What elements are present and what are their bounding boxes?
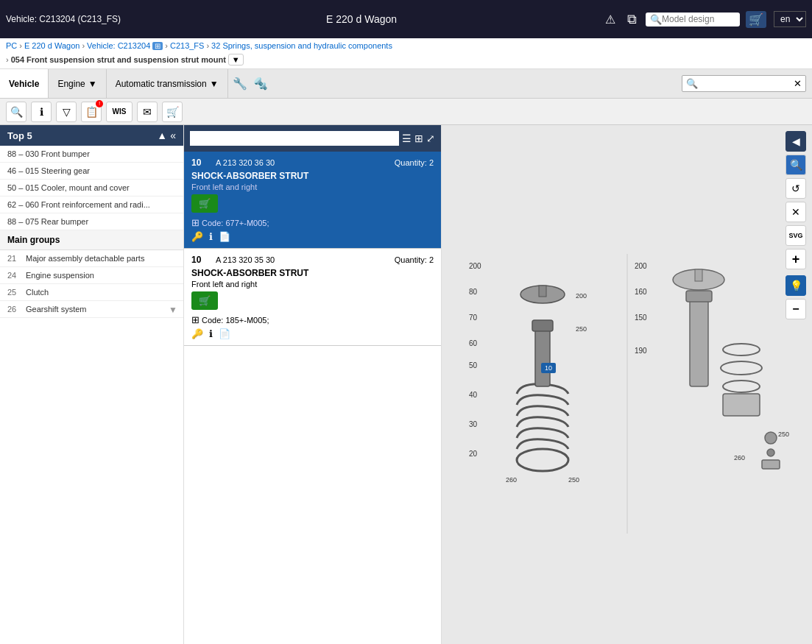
svg-text:250: 250 [576,325,587,333]
image-svg-btn[interactable]: SVG [785,225,806,246]
part1-grid-icon: ⊞ [191,217,200,228]
svg-text:200: 200 [576,292,587,300]
svg-text:200: 200 [469,262,481,270]
svg-rect-24 [690,298,708,386]
top5-label: Top 5 [7,130,32,141]
breadcrumb-vehicle[interactable]: Vehicle: C213204 [87,41,150,50]
svg-text:40: 40 [469,391,478,399]
parts-header-icons: ☰ ⊞ ⤢ [402,132,435,144]
svg-text:150: 150 [635,314,647,322]
part-item-1[interactable]: 10 A 213 320 36 30 Quantity: 2 SHOCK-ABS… [184,152,441,249]
parts-grid-view-btn[interactable]: ⊞ [414,132,423,144]
svg-rect-34 [762,460,780,469]
image-zoom-minus-btn[interactable]: − [785,299,806,319]
svg-rect-27 [695,269,702,281]
svg-point-32 [765,432,777,444]
parts-list: 10 A 213 320 36 30 Quantity: 2 SHOCK-ABS… [184,152,441,644]
parts-expand-btn[interactable]: ⤢ [426,132,435,144]
sidebar-item-4[interactable]: 62 – 060 Front reinforcement and radi... [0,197,183,213]
toolbar-search-clear[interactable]: ✕ [790,76,805,91]
image-close-btn[interactable]: ✕ [785,202,806,222]
toolbar-search-input[interactable] [702,77,790,91]
breadcrumb-pc[interactable]: PC [6,41,17,50]
warning-icon-btn[interactable]: ⚠ [602,11,618,28]
search-icon: 🔍 [650,14,662,25]
tab-automatic-transmission[interactable]: Automatic transmission ▼ [107,69,228,98]
svg-text:60: 60 [469,339,478,347]
filter-btn[interactable]: ▽ [56,102,77,122]
breadcrumb-sub-item: 054 Front suspension strut and suspensio… [11,55,226,64]
sidebar-item-3-label: 50 – 015 Cooler, mount and cover [7,183,130,192]
cart-icon-btn[interactable]: 🛒 [746,11,766,28]
top5-controls: ▲ « [157,130,176,141]
toolbar-right: 🔍 ✕ [676,75,812,92]
part1-cart-btn[interactable]: 🛒 [191,194,218,213]
sidebar-group-24[interactable]: 24 Engine suspension [0,267,183,284]
image-zoom-in-btn[interactable]: 🔍 [785,155,806,175]
wis-btn[interactable]: WIS [106,102,133,122]
copy-icon-btn[interactable]: ⧉ [624,10,640,29]
cart-toolbar-btn[interactable]: 🛒 [162,102,183,122]
info-btn[interactable]: ℹ [31,102,52,122]
part2-cart-btn[interactable]: 🛒 [191,291,218,310]
doc-alert-btn[interactable]: 📋! [81,102,102,122]
svg-text:20: 20 [469,450,478,458]
mail-btn[interactable]: ✉ [137,102,158,122]
part1-key-icon[interactable]: 🔑 [191,231,203,242]
top5-collapse-btn[interactable]: ▲ [157,130,167,141]
svg-point-30 [723,381,760,392]
part2-info-icon[interactable]: ℹ [209,328,213,339]
svg-text:70: 70 [469,314,478,322]
sidebar-group-26[interactable]: 26 Gearshift system ▼ [0,301,183,318]
sidebar-group-21[interactable]: 21 Major assembly detachable parts [0,250,183,267]
tab-engine[interactable]: Engine ▼ [49,69,106,98]
image-history-btn[interactable]: ↺ [785,178,806,199]
toolbar-search-icon[interactable]: 🔍 [682,76,702,91]
part2-doc-icon[interactable]: 📄 [219,328,230,339]
zoom-in-btn[interactable]: 🔍 [6,102,27,122]
sidebar-item-4-label: 62 – 060 Front reinforcement and radi... [7,200,150,209]
sidebar-item-5[interactable]: 88 – 075 Rear bumper [0,213,183,230]
model-search-input[interactable] [662,14,735,24]
image-zoom-plus-btn[interactable]: + [785,249,806,269]
svg-rect-9 [535,328,550,386]
toolbar-tool-icon2[interactable]: 🔩 [253,77,268,91]
parts-list-view-btn[interactable]: ☰ [402,132,412,144]
tab-engine-label: Engine [57,79,85,89]
parts-panel-header: ☰ ⊞ ⤢ [184,125,441,152]
top5-arrow-btn[interactable]: « [170,130,176,141]
sidebar-item-3[interactable]: 50 – 015 Cooler, mount and cover [0,180,183,197]
svg-text:30: 30 [469,420,478,428]
part1-doc-icon[interactable]: 📄 [219,231,230,242]
svg-point-29 [721,361,762,375]
breadcrumb-vehicle-icon[interactable]: ⊞ [152,42,163,50]
breadcrumb-dropdown-btn[interactable]: ▼ [228,54,244,66]
image-panel: ◀ 🔍 ↺ ✕ SVG + 💡 − 200 80 70 60 50 40 30 … [442,125,812,644]
sidebar-item-2[interactable]: 46 – 015 Steering gear [0,163,183,180]
toolbar-tool-icon1[interactable]: 🔧 [233,77,247,91]
sidebar-item-1[interactable]: 88 – 030 Front bumper [0,146,183,163]
svg-rect-10 [532,320,553,331]
image-collapse-btn[interactable]: ◀ [785,131,806,152]
vehicle-label: Vehicle: C213204 (C213_FS) [6,14,121,24]
sidebar-item-5-label: 88 – 075 Rear bumper [7,217,88,226]
part1-info-icon[interactable]: ℹ [209,231,213,242]
breadcrumb-springs[interactable]: 32 Springs, suspension and hydraulic com… [211,41,392,50]
svg-text:200: 200 [635,262,647,270]
parts-filter-input[interactable] [190,131,399,146]
model-search: 🔍 [646,13,740,26]
toolbar-tabs: Vehicle Engine ▼ Automatic transmission … [0,69,272,98]
breadcrumb-model[interactable]: E 220 d Wagon [24,41,80,50]
image-panel-toolbar: ◀ 🔍 ↺ ✕ SVG + 💡 − [785,131,806,319]
part-item-2[interactable]: 10 A 213 320 35 30 Quantity: 2 SHOCK-ABS… [184,249,441,346]
breadcrumb-c213fs[interactable]: C213_FS [170,41,204,50]
svg-point-8 [517,449,568,471]
part2-key-icon[interactable]: 🔑 [191,328,203,339]
svg-text:160: 160 [635,288,647,296]
tab-vehicle[interactable]: Vehicle [0,69,49,98]
image-content: 200 80 70 60 50 40 30 20 [442,125,812,644]
sidebar-group-25[interactable]: 25 Clutch [0,284,183,301]
lang-select[interactable]: en de fr [774,11,806,27]
tab-engine-arrow: ▼ [88,79,97,89]
image-bulb-btn[interactable]: 💡 [785,275,806,296]
